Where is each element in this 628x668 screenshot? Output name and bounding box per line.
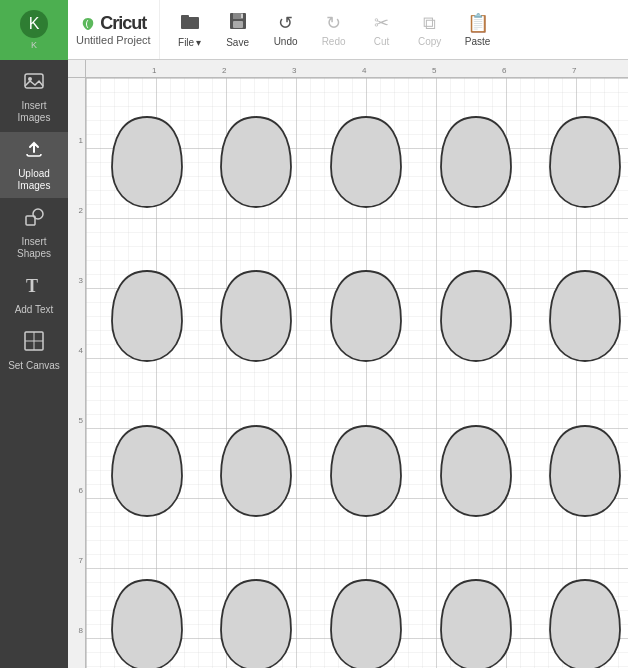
ruler-h-3: 3: [292, 66, 296, 75]
ruler-v-1: 1: [79, 136, 83, 145]
ruler-h-5: 5: [432, 66, 436, 75]
svg-rect-1: [181, 15, 189, 19]
cut-label: Cut: [374, 36, 390, 47]
file-icon: [180, 12, 200, 35]
ruler-corner: [68, 60, 86, 78]
egg-shape[interactable]: [534, 397, 628, 544]
sidebar-item-set-canvas[interactable]: Set Canvas: [0, 324, 68, 378]
svg-text:T: T: [26, 276, 38, 296]
egg-shape[interactable]: [315, 88, 417, 235]
upload-images-icon: [23, 138, 45, 165]
egg-shape[interactable]: [206, 552, 308, 669]
ruler-v-6: 6: [79, 486, 83, 495]
ruler-left: 1 2 3 4 5 6 7 8: [68, 78, 86, 668]
svg-rect-5: [241, 14, 243, 18]
brand-name: Cricut: [100, 13, 146, 34]
egg-shape[interactable]: [96, 88, 198, 235]
avatar-initial: K: [29, 15, 40, 33]
cut-icon: ✂: [374, 12, 389, 34]
canvas-area[interactable]: 1 2 3 4 5 6 7 1 2 3 4 5 6 7 8: [68, 60, 628, 668]
egg-shape[interactable]: [96, 552, 198, 669]
ruler-v-8: 8: [79, 626, 83, 635]
undo-icon: ↺: [278, 12, 293, 34]
set-canvas-icon: [23, 330, 45, 357]
sidebar-item-insert-images[interactable]: InsertImages: [0, 64, 68, 130]
ruler-h-1: 1: [152, 66, 156, 75]
copy-icon: ⧉: [423, 13, 436, 34]
ruler-top: 1 2 3 4 5 6 7: [86, 60, 628, 78]
svg-point-9: [33, 209, 43, 219]
egg-shape[interactable]: [96, 243, 198, 390]
egg-shape[interactable]: [534, 552, 628, 669]
paste-button[interactable]: 📋 Paste: [456, 0, 500, 59]
egg-shape[interactable]: [206, 243, 308, 390]
ruler-v-2: 2: [79, 206, 83, 215]
egg-shape[interactable]: [315, 243, 417, 390]
copy-button[interactable]: ⧉ Copy: [408, 0, 452, 59]
ruler-h-7: 7: [572, 66, 576, 75]
cut-button[interactable]: ✂ Cut: [360, 0, 404, 59]
undo-button[interactable]: ↺ Undo: [264, 0, 308, 59]
file-button[interactable]: File ▾: [168, 0, 212, 59]
toolbar-actions: File ▾ Save ↺ Undo ↻ Redo ✂: [159, 0, 508, 59]
add-text-label: Add Text: [15, 304, 54, 316]
svg-rect-6: [25, 74, 43, 88]
egg-shape[interactable]: [315, 552, 417, 669]
toolbar: K K Cricut Untitled Project File ▾: [0, 0, 628, 60]
egg-shape[interactable]: [425, 397, 527, 544]
upload-images-label: UploadImages: [18, 168, 51, 192]
cricut-icon: [80, 16, 96, 32]
brand-section[interactable]: K K: [0, 0, 68, 60]
folder-icon: [180, 12, 200, 30]
svg-rect-4: [233, 21, 243, 28]
egg-shape[interactable]: [425, 552, 527, 669]
egg-shape[interactable]: [534, 88, 628, 235]
egg-shape[interactable]: [96, 397, 198, 544]
set-canvas-label: Set Canvas: [8, 360, 60, 372]
egg-shape[interactable]: [534, 243, 628, 390]
paste-icon: 📋: [467, 12, 489, 34]
redo-label: Redo: [322, 36, 346, 47]
redo-button[interactable]: ↻ Redo: [312, 0, 356, 59]
canvas-grid: [86, 78, 628, 668]
insert-shapes-label: InsertShapes: [17, 236, 51, 260]
egg-shape[interactable]: [425, 243, 527, 390]
save-icon: [228, 12, 248, 35]
egg-shape[interactable]: [425, 88, 527, 235]
sidebar-item-upload-images[interactable]: UploadImages: [0, 132, 68, 198]
project-title: Untitled Project: [76, 34, 151, 46]
file-dropdown-arrow: ▾: [196, 37, 201, 48]
egg-shape[interactable]: [315, 397, 417, 544]
insert-shapes-icon: [23, 206, 45, 233]
ruler-v-5: 5: [79, 416, 83, 425]
eggs-container: [96, 88, 628, 668]
egg-shape[interactable]: [206, 88, 308, 235]
file-label: File: [178, 37, 194, 48]
ruler-h-2: 2: [222, 66, 226, 75]
sidebar-item-insert-shapes[interactable]: InsertShapes: [0, 200, 68, 266]
egg-shape[interactable]: [206, 397, 308, 544]
insert-images-label: InsertImages: [18, 100, 51, 124]
undo-label: Undo: [274, 36, 298, 47]
sidebar-item-add-text[interactable]: T Add Text: [0, 268, 68, 322]
paste-label: Paste: [465, 36, 491, 47]
save-button[interactable]: Save: [216, 0, 260, 59]
ruler-v-4: 4: [79, 346, 83, 355]
brand-logo: Cricut Untitled Project: [68, 9, 159, 50]
ruler-h-4: 4: [362, 66, 366, 75]
redo-icon: ↻: [326, 12, 341, 34]
copy-label: Copy: [418, 36, 441, 47]
save-label: Save: [226, 37, 249, 48]
avatar: K: [20, 10, 48, 38]
ruler-v-7: 7: [79, 556, 83, 565]
floppy-icon: [228, 12, 248, 30]
sidebar: InsertImages UploadImages InsertShapes: [0, 60, 68, 668]
add-text-icon: T: [23, 274, 45, 301]
insert-images-icon: [23, 70, 45, 97]
ruler-v-3: 3: [79, 276, 83, 285]
avatar-label: K: [31, 40, 37, 50]
main-area: InsertImages UploadImages InsertShapes: [0, 60, 628, 668]
ruler-h-6: 6: [502, 66, 506, 75]
